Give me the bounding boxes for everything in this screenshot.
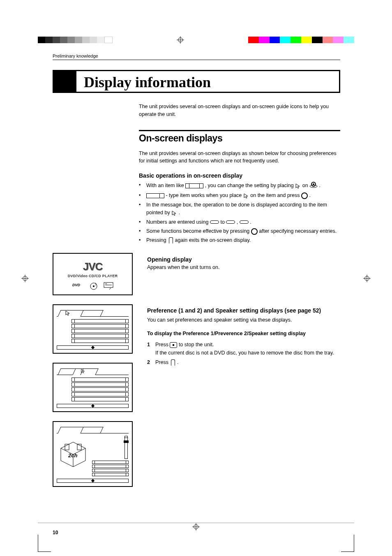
registration-mark-icon [192,523,200,531]
list-item: • Numbers are entered using to , . [139,218,340,226]
list-item: • In the message box, the operation to b… [139,201,340,217]
selector-item-icon [185,183,203,188]
pref-row [71,378,129,382]
cursor-icon [65,310,71,316]
spk-row [92,473,129,476]
pref-row [71,397,129,401]
level-slider [125,436,128,459]
subsection-heading: Basic operations in on-screen display [139,172,340,179]
pref-tabs [57,368,129,375]
jvc-logo: JVC [57,260,129,273]
pref-message-box [57,404,129,408]
section-heading-row: On-screen displays [139,130,340,144]
cursor-icon [295,183,301,189]
pref-row [71,319,129,323]
spk-row [92,469,129,472]
preference2-display-mock [53,363,133,412]
grayscale-bar [38,37,113,43]
enter-button-icon [251,228,258,235]
cursor-icon [171,210,177,216]
crop-mark [341,535,354,552]
preference-heading: Preference (1 and 2) and Speaker setting… [147,307,340,314]
pref-row [71,334,129,338]
step-number: 1 [147,341,155,357]
spk-row [92,465,129,468]
print-registration-top [0,36,392,44]
step-row: 2 Press . [147,359,340,366]
pref-row [71,339,129,343]
list-item: • Some functions become effective by pre… [139,227,340,235]
preference-text: You can set preferences and speaker sett… [147,316,340,324]
opening-display-heading: Opening display [147,256,340,263]
number-button-icon [240,220,249,224]
list-item: • - type item works when you place on th… [139,192,340,199]
title-block [53,71,76,92]
pref-row [71,392,129,396]
pref-row [71,382,129,387]
opening-display-text: Appears when the unit turns on. [147,264,340,270]
registration-mark-icon [21,275,29,282]
crop-mark [38,535,51,552]
pref-rows [71,378,129,401]
section-text: The unit provides several on-screen disp… [139,150,340,165]
registration-mark-icon [363,275,371,282]
pref-message-box [57,345,129,350]
joystick-icon [309,181,318,190]
list-item: • Pressing again exits the on-screen dis… [139,236,340,244]
section-label: Preliminary knowledge [53,53,340,60]
registration-mark-icon [177,36,184,44]
basic-operations-list: • With an item like , you can change the… [139,181,340,245]
pref-message-box [57,479,129,483]
speaker-display-mock: 2ch [53,421,133,487]
speaker-mode-label: 2ch [68,452,77,459]
number-button-icon [226,220,235,224]
osd-button-icon [170,359,175,366]
pref-row [71,329,129,333]
color-bar [248,37,354,43]
compact-disc-icon [104,282,113,290]
number-button-icon [210,220,219,224]
disc-icon [90,282,98,290]
preference1-display-mock [53,304,133,354]
svg-text:DVD: DVD [72,283,81,287]
opening-display-mock: JVC DVD/Video CD/CD PLAYER DVD [53,253,133,295]
svg-point-14 [93,285,95,287]
cursor-icon [243,193,249,199]
section-heading: On-screen displays [139,133,340,144]
pref-tabs [57,309,129,317]
stop-button-icon [170,342,177,348]
speaker-controls [92,436,129,476]
step-number: 2 [147,359,155,366]
speaker-diagram: 2ch [57,436,90,469]
svg-point-11 [313,183,314,185]
page-title-row: Display information [53,70,340,93]
pref-row [71,324,129,328]
jvc-subtitle: DVD/Video CD/CD PLAYER [57,274,129,278]
pref-tabs [57,426,129,433]
pref-rows [71,319,129,343]
step-row: 1 Press to stop the unit. If the current… [147,341,340,357]
action-item-icon [146,193,164,198]
print-registration-bottom [0,523,392,531]
cursor-icon [81,368,85,373]
list-item: • With an item like , you can change the… [139,181,340,190]
spk-row [92,461,129,464]
page-number: 10 [53,530,58,535]
preference-subheading: To display the Preference 1/Preverence 2… [147,330,340,338]
page-title: Display information [76,71,218,92]
dvd-icon: DVD [72,282,84,288]
osd-button-icon [168,237,173,244]
pref-row [71,387,129,392]
intro-text: The unit provides several on-screen disp… [139,103,340,118]
enter-button-icon [301,192,308,199]
jvc-icons-row: DVD [57,282,129,290]
